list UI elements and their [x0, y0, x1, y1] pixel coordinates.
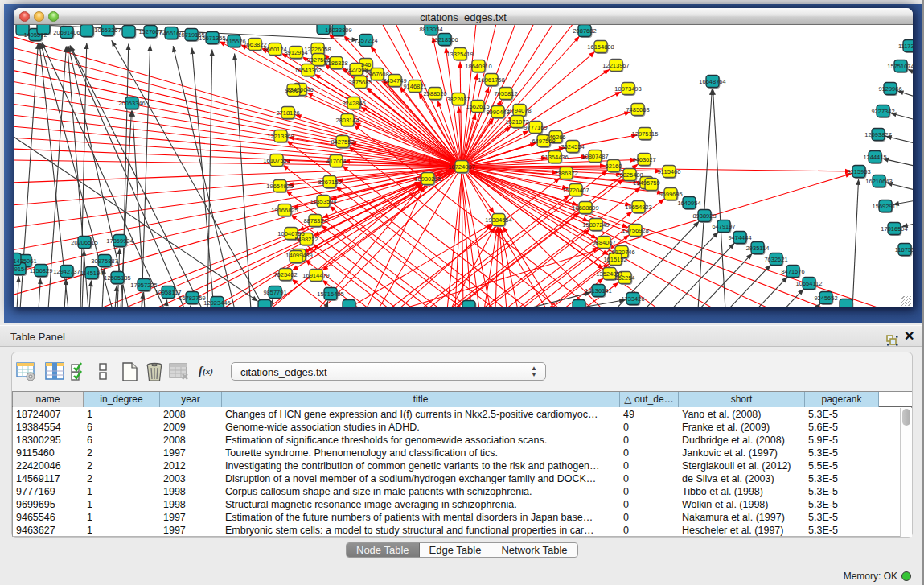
svg-text:5498222: 5498222: [294, 236, 318, 243]
svg-text:21364436: 21364436: [541, 154, 568, 161]
svg-text:1640954: 1640954: [677, 200, 700, 207]
svg-text:14099489: 14099489: [285, 252, 312, 259]
svg-text:116753: 116753: [895, 246, 913, 253]
svg-text:19654925: 19654925: [266, 183, 293, 190]
svg-text:20691406: 20691406: [53, 29, 80, 36]
svg-text:30975887: 30975887: [91, 257, 117, 265]
svg-text:1117304: 1117304: [898, 43, 913, 50]
svg-text:7386372: 7386372: [554, 170, 577, 177]
svg-text:9146821: 9146821: [403, 83, 426, 90]
svg-text:9699695: 9699695: [659, 191, 682, 198]
svg-text:16543362: 16543362: [294, 67, 321, 74]
svg-text:8938923: 8938923: [692, 212, 716, 220]
svg-text:39154: 39154: [14, 266, 27, 273]
svg-text:16154808: 16154808: [587, 43, 614, 51]
svg-text:15692911: 15692911: [873, 203, 899, 210]
svg-text:9794078: 9794078: [507, 107, 531, 114]
svg-text:2588520: 2588520: [423, 90, 446, 97]
svg-text:10958117: 10958117: [155, 289, 182, 296]
svg-text:62160: 62160: [606, 163, 622, 170]
svg-text:19654923: 19654923: [625, 204, 651, 211]
svg-text:9857791: 9857791: [263, 289, 286, 296]
svg-text:11353594: 11353594: [310, 198, 337, 205]
svg-text:18724007: 18724007: [448, 163, 474, 171]
svg-text:12093827: 12093827: [864, 131, 891, 138]
svg-text:3215953: 3215953: [847, 168, 870, 175]
svg-text:2718126: 2718126: [276, 109, 299, 117]
svg-text:19166825: 19166825: [271, 207, 298, 214]
svg-text:13325419: 13325419: [446, 51, 473, 58]
svg-text:18640910: 18640910: [465, 63, 491, 70]
svg-text:10025488: 10025488: [616, 171, 643, 179]
svg-text:12213967: 12213967: [602, 62, 629, 69]
svg-text:15720407: 15720407: [562, 187, 589, 194]
svg-text:18495759: 18495759: [633, 179, 659, 187]
svg-text:8878334: 8878334: [303, 217, 326, 225]
svg-text:18930205: 18930205: [414, 175, 441, 183]
svg-text:2087682: 2087682: [573, 27, 596, 35]
svg-text:9327508: 9327508: [344, 66, 368, 73]
svg-text:8267150: 8267150: [318, 179, 341, 186]
svg-text:7485063: 7485063: [626, 106, 649, 113]
svg-text:19756928: 19756928: [622, 227, 648, 234]
svg-text:3822037: 3822037: [446, 96, 470, 103]
svg-text:9463627: 9463627: [632, 156, 655, 163]
svg-text:7955812: 7955812: [494, 90, 517, 97]
svg-text:10688609: 10688609: [572, 204, 598, 212]
svg-text:6479197: 6479197: [712, 223, 735, 230]
svg-text:3624554: 3624554: [561, 143, 584, 150]
svg-text:12923446: 12923446: [203, 299, 230, 307]
svg-text:16914479: 16914479: [302, 272, 329, 279]
svg-text:12942737: 12942737: [53, 268, 80, 275]
svg-text:10653267: 10653267: [94, 27, 121, 34]
svg-text:8471676: 8471676: [781, 268, 804, 275]
svg-text:7625402: 7625402: [273, 271, 297, 278]
svg-text:19218506: 19218506: [431, 36, 458, 43]
svg-text:16033809: 16033809: [325, 27, 351, 34]
svg-text:9129966: 9129966: [878, 85, 901, 93]
svg-text:8427552: 8427552: [331, 138, 354, 146]
svg-text:1527607: 1527607: [138, 28, 162, 35]
svg-text:17957225: 17957225: [130, 282, 157, 289]
svg-text:10807487: 10807487: [581, 153, 608, 160]
svg-text:7515526: 7515526: [222, 38, 245, 45]
svg-text:1615152: 1615152: [603, 256, 626, 263]
svg-text:16782759: 16782759: [179, 295, 205, 302]
svg-text:1244415: 1244415: [863, 154, 886, 161]
svg-text:98961: 98961: [285, 87, 302, 94]
svg-text:12226058: 12226058: [304, 46, 331, 53]
svg-text:3875685: 3875685: [348, 79, 372, 86]
svg-text:1405572: 1405572: [23, 31, 47, 39]
svg-text:16648764: 16648764: [699, 78, 725, 85]
svg-text:17016504: 17016504: [881, 225, 907, 233]
svg-text:16961758: 16961758: [478, 76, 504, 84]
svg-text:9245652: 9245652: [814, 295, 837, 302]
svg-text:16107553: 16107553: [263, 157, 290, 164]
svg-text:9115460: 9115460: [658, 168, 681, 175]
svg-text:746266: 746266: [545, 134, 565, 141]
svg-text:9242845: 9242845: [342, 100, 365, 107]
svg-text:9884067: 9884067: [592, 239, 615, 246]
svg-text:16210643: 16210643: [865, 178, 892, 185]
svg-text:17359924: 17359924: [106, 237, 133, 245]
svg-text:1156829: 1156829: [30, 267, 53, 274]
svg-text:12975115: 12975115: [632, 130, 659, 138]
svg-text:20053346: 20053346: [118, 100, 145, 107]
svg-text:1733426: 1733426: [621, 295, 644, 303]
svg-text:8813054: 8813054: [419, 26, 442, 33]
svg-text:7357224: 7357224: [354, 37, 377, 44]
svg-text:15716485: 15716485: [317, 290, 343, 298]
svg-text:16120746: 16120746: [608, 249, 634, 256]
svg-text:15751074: 15751074: [887, 63, 913, 70]
svg-text:10654112: 10654112: [796, 280, 823, 287]
svg-text:19384554: 19384554: [485, 216, 511, 224]
svg-text:2935114: 2935114: [746, 245, 770, 252]
svg-text:10973493: 10973493: [614, 85, 641, 93]
svg-text:252254: 252254: [614, 274, 634, 282]
svg-text:15807249: 15807249: [582, 221, 609, 229]
svg-text:8660124: 8660124: [263, 46, 286, 53]
svg-text:1435061: 1435061: [14, 257, 37, 265]
svg-text:9474444: 9474444: [728, 234, 751, 241]
svg-text:1145194: 1145194: [80, 270, 104, 277]
svg-text:417004: 417004: [326, 158, 346, 165]
